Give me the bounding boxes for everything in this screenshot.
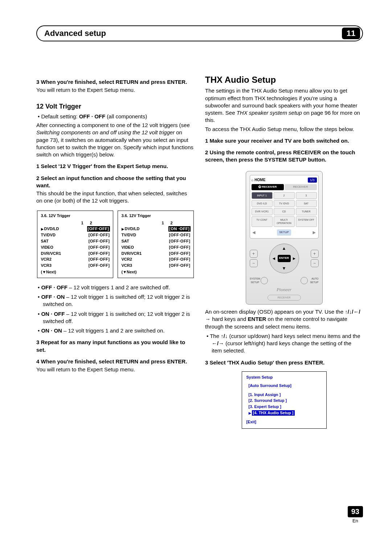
dpad-up-icon: ▲ xyxy=(282,245,286,251)
bullet-off-off: OFF · OFF – 12 volt triggers 1 and 2 are… xyxy=(36,284,194,291)
page-number-value: 93 xyxy=(348,506,363,517)
thx-step1: 1 Make sure your receiver and TV are bot… xyxy=(205,137,363,144)
btn-dvdld: DVD /LD xyxy=(252,200,273,207)
left-prior-step3-body: You will return to the Expert Setup menu… xyxy=(36,86,194,94)
ss-title: System Setup xyxy=(246,375,323,380)
osd-screens: 3.6. 12V Trigger 12 DVD/LD[OFF·OFF] TV/D… xyxy=(36,211,194,278)
step2-body: This should be the input function, that … xyxy=(36,190,194,205)
btn-setup: SETUP xyxy=(277,229,291,236)
minus-left-icon: − xyxy=(250,259,258,267)
tab-receiver-active: ⏻ RECEIVER xyxy=(252,184,284,190)
system-setup-osd: System Setup [Auto Surround Setup] [1. I… xyxy=(242,371,327,429)
btn-sat: SAT xyxy=(296,200,317,207)
system-setup-label: SYSTEM SETUP xyxy=(250,277,261,284)
osd-screen-right: 3.6. 12V Trigger 12 DVD/LD[ON ·OFF] TV/D… xyxy=(118,211,194,278)
btn-tuner: TUNER xyxy=(296,208,317,215)
btn-multiop: MULTI OPERATION xyxy=(274,216,295,227)
osd-paragraph: An on-screen display (OSD) appears on yo… xyxy=(205,308,363,330)
page-number: 93 En xyxy=(348,506,363,523)
d-pad: ▲ ▼ ◄ ► ENTER xyxy=(269,244,299,273)
dpad-left-icon: ◄ xyxy=(272,256,276,261)
screen-prev-icon: ◄ xyxy=(252,229,257,236)
round-button-left xyxy=(261,277,268,284)
ss-auto: [Auto Surround Setup] xyxy=(249,383,323,388)
plus-left-icon: + xyxy=(250,250,258,258)
step1: 1 Select '12 V Trigger' from the Expert … xyxy=(36,163,194,170)
thx-intro: The settings in the THX Audio Setup menu… xyxy=(205,87,363,124)
remote-touchscreen: HOME 1/3 ⏻ RECEIVER RECEIVER INPUT 1 2 3… xyxy=(250,175,319,239)
right-column: THX Audio Setup The settings in the THX … xyxy=(205,74,363,429)
plus-right-icon: + xyxy=(311,250,319,258)
btn-input1: INPUT 1 xyxy=(252,192,273,199)
section-12v-trigger: 12 Volt Trigger xyxy=(36,102,194,111)
brand-logo: Pioneer xyxy=(250,286,319,293)
thx-step3: 3 Select 'THX Audio Setup' then press EN… xyxy=(205,359,363,366)
screen-next-icon: ► xyxy=(312,229,317,236)
bullet-on-off: ON · OFF – 12 volt trigger 1 is switched… xyxy=(36,310,194,325)
bullet-on-on: ON · ON – 12 volt triggers 1 and 2 are s… xyxy=(36,327,194,334)
btn-cd: CD xyxy=(274,208,295,215)
thx-access: To access the THX Audio Setup menu, foll… xyxy=(205,126,363,133)
remote-illustration: HOME 1/3 ⏻ RECEIVER RECEIVER INPUT 1 2 3… xyxy=(246,171,323,305)
chapter-number: 11 xyxy=(342,28,360,39)
ss-2: [2. Surround Setup ] xyxy=(249,398,323,403)
round-button-right xyxy=(301,277,308,284)
receiver-pill: RECEIVER xyxy=(268,295,301,301)
thx-title: THX Audio Setup xyxy=(205,74,363,86)
btn-tvcont: TV CONT xyxy=(252,216,273,227)
intro-paragraph: After connecting a component to one of t… xyxy=(36,122,194,158)
default-setting: Default setting: OFF · OFF (all componen… xyxy=(36,113,194,120)
step3: 3 Repeat for as many input functions as … xyxy=(36,339,194,354)
btn-dvrvcr1: DVR /VCR1 xyxy=(252,208,273,215)
ss-4: [4. THX Audio Setup ] xyxy=(252,410,295,416)
ss-3: [3. Expert Setup ] xyxy=(249,404,323,409)
btn-sysoff: SYSTEM OFF xyxy=(296,216,317,227)
left-prior-step3: 3 When you're finished, select RETURN an… xyxy=(36,78,194,86)
minus-right-icon: − xyxy=(311,259,319,267)
step4-body: You will return to the Expert Setup menu… xyxy=(36,366,194,373)
enter-button: ENTER xyxy=(278,255,291,262)
tab-receiver-inactive: RECEIVER xyxy=(285,184,317,190)
chapter-header: Advanced setup 11 xyxy=(36,25,363,41)
dpad-down-icon: ▼ xyxy=(282,265,286,271)
ss-4-row: [4. THX Audio Setup ] xyxy=(249,410,323,416)
cursor-bullet: The ↑/↓ (cursor up/down) hard keys selec… xyxy=(205,333,363,355)
left-column: 3 When you're finished, select RETURN an… xyxy=(36,74,194,429)
btn-input2: 2 xyxy=(274,192,295,199)
osd-screen-left: 3.6. 12V Trigger 12 DVD/LD[OFF·OFF] TV/D… xyxy=(37,211,113,278)
home-label: HOME xyxy=(252,178,266,183)
page-indicator: 1/3 xyxy=(308,178,317,183)
page-language: En xyxy=(348,518,363,523)
ss-exit: [Exit] xyxy=(246,419,323,425)
thx-step2: 2 Using the remote control, press RECEIV… xyxy=(205,149,363,164)
ss-1: [1. Input Assign ] xyxy=(249,392,323,398)
dpad-right-icon: ► xyxy=(292,256,297,261)
bullet-off-on: OFF · ON – 12 volt trigger 1 is switched… xyxy=(36,293,194,308)
step2: 2 Select an input function and choose th… xyxy=(36,175,194,189)
step4: 4 When you're finished, select RETURN an… xyxy=(36,358,194,365)
auto-setup-label: AUTO SETUP xyxy=(308,277,319,284)
btn-tvdvd: TV /DVD xyxy=(274,200,295,207)
btn-input3: 3 xyxy=(296,192,317,199)
chapter-title: Advanced setup xyxy=(44,29,342,38)
